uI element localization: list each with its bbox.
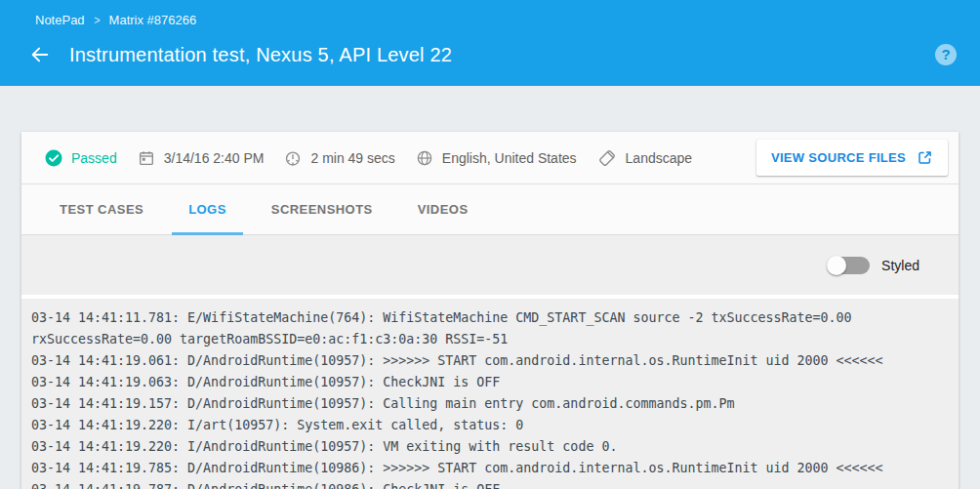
help-button[interactable]: ? xyxy=(935,44,957,65)
view-source-files-button[interactable]: VIEW SOURCE FILES xyxy=(756,140,948,176)
help-circle-icon: ? xyxy=(941,46,950,62)
logs-toolbar: Styled xyxy=(21,235,959,295)
globe-icon xyxy=(416,149,433,167)
styled-toggle[interactable] xyxy=(827,256,870,275)
styled-toggle-knob xyxy=(827,256,846,275)
chevron-right-icon: > xyxy=(94,13,100,27)
status-orientation: Landscape xyxy=(597,148,693,168)
tab-test-cases[interactable]: TEST CASES xyxy=(43,184,160,234)
log-line: 03-14 14:41:19.061: D/AndroidRuntime(109… xyxy=(31,350,939,372)
timer-icon xyxy=(284,149,302,167)
log-line: 03-14 14:41:19.220: I/art(10957): System… xyxy=(31,415,939,436)
title-row: Instrumentation test, Nexus 5, API Level… xyxy=(0,27,980,67)
log-output[interactable]: 03-14 14:41:11.781: E/WifiStateMachine(7… xyxy=(21,295,959,489)
breadcrumb-link-notepad[interactable]: NotePad xyxy=(35,13,85,27)
log-line: 03-14 14:41:19.785: D/AndroidRuntime(109… xyxy=(31,458,939,479)
status-duration-label: 2 min 49 secs xyxy=(310,150,394,166)
status-result: Passed xyxy=(45,149,117,167)
check-circle-icon xyxy=(45,149,62,167)
status-locale-label: English, United States xyxy=(442,150,577,166)
styled-toggle-label: Styled xyxy=(881,258,919,273)
log-line: 03-14 14:41:19.063: D/AndroidRuntime(109… xyxy=(31,372,939,393)
status-duration: 2 min 49 secs xyxy=(284,149,394,167)
app-header: NotePad > Matrix #876266 Instrumentation… xyxy=(0,0,980,86)
tab-bar: TEST CASES LOGS SCREENSHOTS VIDEOS xyxy=(21,184,959,235)
status-result-label: Passed xyxy=(71,150,117,166)
arrow-left-icon xyxy=(29,44,51,65)
breadcrumb-link-matrix[interactable]: Matrix #876266 xyxy=(109,13,197,27)
back-button[interactable] xyxy=(27,42,53,67)
status-date-label: 3/14/16 2:40 PM xyxy=(164,150,265,166)
result-card: Passed 3/14/16 2:40 PM 2 xyxy=(21,132,959,489)
log-line: 03-14 14:41:19.787: D/AndroidRuntime(109… xyxy=(31,479,939,489)
status-date: 3/14/16 2:40 PM xyxy=(138,149,265,167)
log-line: 03-14 14:41:19.157: D/AndroidRuntime(109… xyxy=(31,393,939,415)
log-line: 03-14 14:41:11.781: E/WifiStateMachine(7… xyxy=(31,307,939,350)
breadcrumb: NotePad > Matrix #876266 xyxy=(0,0,980,27)
status-locale: English, United States xyxy=(416,149,577,167)
log-line: 03-14 14:41:19.220: I/AndroidRuntime(109… xyxy=(31,436,939,458)
open-in-new-icon xyxy=(917,149,933,166)
page-title: Instrumentation test, Nexus 5, API Level… xyxy=(69,44,452,66)
calendar-icon xyxy=(138,149,155,167)
status-orientation-label: Landscape xyxy=(626,150,693,166)
tab-logs[interactable]: LOGS xyxy=(172,184,243,234)
view-source-files-label: VIEW SOURCE FILES xyxy=(771,150,906,165)
status-bar: Passed 3/14/16 2:40 PM 2 xyxy=(21,132,959,184)
tab-videos[interactable]: VIDEOS xyxy=(401,184,485,234)
tab-screenshots[interactable]: SCREENSHOTS xyxy=(255,184,389,234)
screen-rotation-icon xyxy=(597,148,617,168)
